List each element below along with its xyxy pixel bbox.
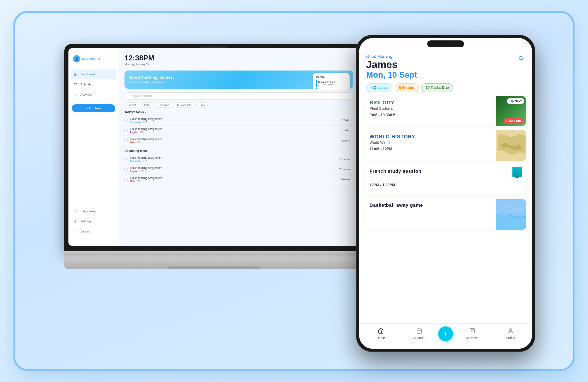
sidebar-label-logout: Logout — [80, 230, 90, 233]
nav-calendar[interactable]: Calendar — [400, 328, 438, 340]
upcoming-when-0: Tomorrow — [339, 158, 351, 161]
nav-add-button[interactable]: + — [438, 326, 453, 341]
history-card-info: WORLD HISTORY World War II 11AM - 12PM — [365, 130, 496, 161]
table-row[interactable]: Finish reading assignment Math 80% 6:00P… — [125, 136, 353, 146]
svg-point-13 — [509, 328, 511, 331]
settings-icon: ⚙ — [73, 219, 78, 224]
task-filters: Subject Today Tomorrow Custom date Time — [125, 103, 353, 107]
laptop-screen-inner: 👤 MyStudyLife ⊞ Dashboard 📅 Calendar — [68, 48, 359, 246]
sidebar-item-help[interactable]: ? Help Center — [68, 206, 114, 216]
upcoming-progress-0: 80% — [143, 160, 147, 162]
sidebar-item-dashboard[interactable]: ⊞ Dashboard — [71, 69, 116, 80]
upcoming-info-1: Finish reading assignment English 80% — [130, 166, 339, 172]
laptop-bottom — [64, 258, 363, 269]
upcoming-checkbox-1[interactable] — [125, 168, 128, 171]
biology-card-info: BIOLOGY Plant Systems 9AM - 10.30AM — [365, 96, 496, 126]
list-item[interactable]: WORLD HISTORY World War II 11AM - 12PM — [365, 130, 526, 161]
table-row[interactable]: Finish reading assignment Chemistry 80% … — [125, 154, 353, 165]
table-row[interactable]: Finish reading assignment Math 80% Tuesd… — [125, 175, 353, 185]
search-icon[interactable] — [517, 54, 525, 63]
list-item[interactable]: Basketball away game — [365, 199, 526, 230]
task-checkbox-0[interactable] — [125, 119, 128, 122]
upcoming-progress-2: 80% — [137, 180, 141, 183]
sidebar-item-calendar[interactable]: 📅 Calendar — [68, 80, 119, 90]
sidebar-item-settings[interactable]: ⚙ Settings — [68, 216, 114, 227]
history-desc: World War II — [370, 141, 493, 145]
table-row[interactable]: Finish reading assignment Chemistry 80% … — [125, 116, 353, 126]
french-image — [496, 165, 526, 195]
profile-icon — [508, 328, 514, 335]
laptop-camera-bar — [200, 46, 227, 48]
task-subject-2: Math — [130, 141, 135, 144]
upcoming-subject-0: Chemistry — [130, 160, 141, 162]
quick-add-field[interactable]: + + Quick add task — [125, 92, 353, 100]
stat-classes[interactable]: 4 Classes — [366, 83, 392, 92]
list-item[interactable]: French study session 12PM - 1.30PM — [365, 165, 526, 195]
history-subject: WORLD HISTORY — [370, 134, 493, 140]
biology-time: 9AM - 10.30AM — [370, 113, 493, 117]
biology-image: Up Next 1 Task Due — [496, 96, 526, 126]
upcoming-meta-0: Chemistry 80% — [130, 160, 339, 162]
add-task-button[interactable]: + Add task — [72, 104, 115, 112]
laptop-camera — [213, 46, 214, 48]
upcoming-checkbox-2[interactable] — [125, 178, 128, 181]
nav-profile[interactable]: Profile — [491, 328, 530, 340]
french-card-info: French study session 12PM - 1.30PM — [365, 165, 496, 195]
history-time: 11AM - 12PM — [370, 147, 493, 151]
french-time: 12PM - 1.30PM — [370, 183, 493, 187]
todays-tasks-header: Today's tasks › — [125, 110, 353, 114]
phone-screen: Good Morning! James Mon, 10 Sept 4 Class… — [359, 38, 532, 349]
laptop-hero-banner: Good morning, James. You have 3 tasks du… — [125, 70, 353, 89]
task-name-2: Finish reading assignment — [130, 138, 342, 141]
upcoming-info-0: Finish reading assignment Chemistry 80% — [130, 156, 339, 162]
laptop-date: Monday, January 29 — [125, 63, 154, 66]
sidebar-item-activities[interactable]: □ Activities — [68, 90, 119, 100]
add-icon: + — [443, 330, 448, 338]
nav-activities[interactable]: Activities — [453, 328, 491, 340]
task-info-2: Finish reading assignment Math 80% — [130, 138, 342, 144]
phone-class-list: BIOLOGY Plant Systems 9AM - 10.30AM Up N… — [359, 96, 532, 323]
svg-point-0 — [519, 57, 522, 60]
task-progress-2: 80% — [137, 141, 141, 144]
filter-subject[interactable]: Subject — [125, 103, 139, 107]
quick-add-label: + Quick add task — [132, 94, 152, 98]
stat-tasks[interactable]: 10 Tasks Due — [421, 83, 453, 92]
task-meta-2: Math 80% — [130, 141, 342, 144]
filter-tomorrow[interactable]: Tomorrow — [155, 103, 172, 107]
scene-container: 👤 MyStudyLife ⊞ Dashboard 📅 Calendar — [53, 30, 535, 352]
upnext-item-time-0: 4:00 PM - 3:00 PM — [318, 83, 346, 86]
task-arrow-0: › — [352, 119, 353, 122]
table-row[interactable]: Finish reading assignment English 80% To… — [125, 165, 353, 175]
upcoming-name-0: Finish reading assignment — [130, 156, 339, 159]
upcoming-subject-1: English — [130, 170, 138, 172]
filter-today[interactable]: Today — [141, 103, 153, 107]
sidebar-label-help: Help Center — [80, 210, 96, 213]
nav-home[interactable]: Home — [361, 328, 400, 340]
task-checkbox-1[interactable] — [125, 129, 128, 132]
table-row[interactable]: Finish reading assignment English 80% 4:… — [125, 126, 353, 136]
sidebar-item-logout[interactable]: → Logout — [68, 227, 114, 237]
activities-nav-icon — [469, 328, 475, 335]
phone-greeting: Good Morning! — [366, 54, 525, 59]
phone-bottom-nav: Home — [359, 323, 532, 349]
filter-time[interactable]: Time — [196, 103, 208, 107]
task-time-1: 4:00PM — [342, 129, 351, 132]
laptop-device: 👤 MyStudyLife ⊞ Dashboard 📅 Calendar — [64, 44, 363, 334]
upcoming-meta-2: Math 80% — [130, 180, 341, 183]
phone-stats-bar: 4 Classes 5 Exams 10 Tasks Due — [359, 83, 532, 96]
task-checkbox-2[interactable] — [125, 139, 128, 142]
laptop-logo-icon: 👤 — [73, 55, 80, 63]
biology-subject: BIOLOGY — [370, 100, 493, 106]
stat-exams[interactable]: 5 Exams — [395, 83, 419, 92]
filter-custom-date[interactable]: Custom date — [174, 103, 194, 107]
laptop-header: 12:38PM Monday, January 29 — [125, 54, 353, 66]
outer-frame: 👤 MyStudyLife ⊞ Dashboard 📅 Calendar — [14, 11, 574, 371]
phone-content: Good Morning! James Mon, 10 Sept 4 Class… — [359, 38, 532, 349]
list-item[interactable]: BIOLOGY Plant Systems 9AM - 10.30AM Up N… — [365, 96, 526, 126]
task-name-1: Finish reading assignment — [130, 127, 342, 131]
laptop-logo-text: MyStudyLife — [82, 57, 100, 60]
laptop-time: 12:38PM — [125, 54, 154, 62]
upcoming-subject-2: Math — [130, 180, 135, 183]
nav-profile-label: Profile — [506, 336, 515, 340]
upcoming-checkbox-0[interactable] — [125, 158, 128, 161]
